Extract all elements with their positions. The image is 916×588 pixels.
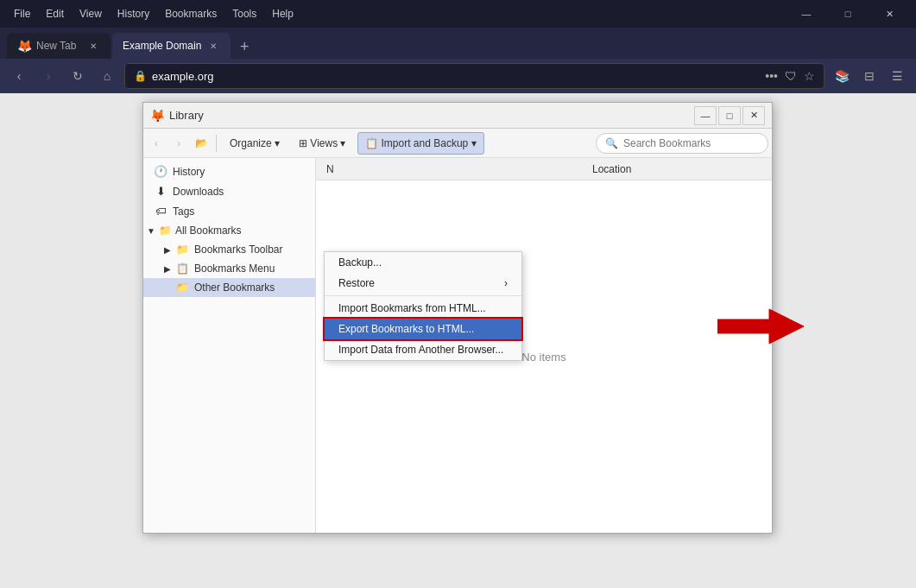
library-minimize-button[interactable]: — bbox=[694, 106, 717, 125]
import-backup-icon: 📋 bbox=[365, 137, 378, 149]
search-icon: 🔍 bbox=[605, 137, 618, 149]
more-icon[interactable]: ••• bbox=[765, 69, 778, 83]
lock-icon: 🔒 bbox=[134, 70, 147, 82]
menu-bookmarks[interactable]: Bookmarks bbox=[158, 6, 224, 22]
import-backup-dropdown: Backup... Restore › Import Bookmarks fro… bbox=[324, 251, 522, 361]
address-bar[interactable]: 🔒 example.org ••• 🛡 ☆ bbox=[124, 63, 824, 89]
close-button[interactable]: ✕ bbox=[869, 0, 909, 28]
organize-button[interactable]: Organize ▾ bbox=[222, 132, 287, 155]
column-header: N Location bbox=[316, 158, 772, 180]
library-title-left: 🦊 Library bbox=[150, 109, 204, 123]
sidebar-bookmarks-menu[interactable]: ▶ 📋 Bookmarks Menu bbox=[143, 259, 315, 278]
tab-bar: 🦊 New Tab ✕ Example Domain ✕ + bbox=[0, 28, 916, 59]
dropdown-import-browser[interactable]: Import Data from Another Browser... bbox=[325, 339, 521, 360]
dropdown-backup[interactable]: Backup... bbox=[325, 252, 521, 273]
sidebar-downloads-label: Downloads bbox=[173, 186, 224, 198]
tab-label: Example Domain bbox=[123, 40, 201, 52]
history-icon: 🕐 bbox=[154, 165, 167, 178]
views-button[interactable]: ⊞ Views ▾ bbox=[291, 132, 353, 155]
sidebar-item-tags[interactable]: 🏷 Tags bbox=[143, 201, 315, 221]
sidebar-item-downloads[interactable]: ⬇ Downloads bbox=[143, 181, 315, 201]
tab-close-example[interactable]: ✕ bbox=[206, 39, 220, 53]
all-bookmarks-header[interactable]: ▼ 📁 All Bookmarks bbox=[143, 221, 315, 240]
sidebar-other-bookmarks[interactable]: 📁 Other Bookmarks bbox=[143, 278, 315, 297]
browser-window: File Edit View History Bookmarks Tools H… bbox=[0, 0, 916, 588]
sidebar-history-label: History bbox=[173, 166, 205, 178]
tab-close-newtab[interactable]: ✕ bbox=[86, 39, 100, 53]
bookmarks-menu-icon: 📋 bbox=[176, 262, 189, 275]
window-controls: — □ ✕ bbox=[786, 0, 909, 28]
reload-button[interactable]: ↻ bbox=[66, 64, 90, 88]
import-backup-label: Import and Backup ▾ bbox=[382, 137, 477, 149]
expand-icon: ▶ bbox=[164, 264, 171, 274]
bookmarks-toolbar-label: Bookmarks Toolbar bbox=[194, 243, 283, 256]
library-title: Library bbox=[169, 109, 204, 122]
library-back-button[interactable]: ‹ bbox=[147, 134, 166, 153]
tab-label: New Tab bbox=[36, 40, 76, 52]
menu-bar: File Edit View History Bookmarks Tools H… bbox=[7, 6, 300, 22]
menu-edit[interactable]: Edit bbox=[39, 6, 71, 22]
other-bookmarks-label: Other Bookmarks bbox=[194, 281, 275, 294]
dropdown-restore[interactable]: Restore › bbox=[325, 273, 521, 294]
search-input[interactable] bbox=[623, 137, 759, 149]
column-location: Location bbox=[592, 163, 765, 175]
folder-icon: 📁 bbox=[176, 281, 189, 294]
dropdown-import-html[interactable]: Import Bookmarks from HTML... bbox=[325, 298, 521, 319]
address-icons: ••• 🛡 ☆ bbox=[765, 69, 815, 83]
menu-history[interactable]: History bbox=[111, 6, 156, 22]
folder-icon: 📁 bbox=[176, 243, 189, 256]
browser-content: 🦊 Library — □ ✕ ‹ › 📂 Organize ▾ ⊞ Views… bbox=[0, 93, 916, 588]
expand-icon: ▼ bbox=[147, 226, 155, 236]
library-window-controls: — □ ✕ bbox=[694, 106, 765, 125]
forward-button[interactable]: › bbox=[36, 64, 60, 88]
sidebar-bookmarks-toolbar[interactable]: ▶ 📁 Bookmarks Toolbar bbox=[143, 240, 315, 259]
home-button[interactable]: ⌂ bbox=[95, 64, 119, 88]
library-titlebar: 🦊 Library — □ ✕ bbox=[143, 103, 772, 129]
library-button[interactable]: 📚 bbox=[830, 64, 854, 88]
library-maximize-button[interactable]: □ bbox=[718, 106, 741, 125]
title-bar: File Edit View History Bookmarks Tools H… bbox=[0, 0, 916, 28]
menu-help[interactable]: Help bbox=[265, 6, 300, 22]
menu-open-button[interactable]: ☰ bbox=[885, 64, 909, 88]
nav-right-buttons: 📚 ⊟ ☰ bbox=[830, 64, 909, 88]
library-close-button[interactable]: ✕ bbox=[742, 106, 765, 125]
bookmarks-menu-label: Bookmarks Menu bbox=[194, 262, 275, 275]
tags-icon: 🏷 bbox=[154, 205, 167, 218]
sidebar-item-history[interactable]: 🕐 History bbox=[143, 161, 315, 181]
all-bookmarks-group: ▼ 📁 All Bookmarks ▶ 📁 Bookmarks Toolbar … bbox=[143, 221, 315, 297]
firefox-icon: 🦊 bbox=[17, 39, 31, 53]
maximize-button[interactable]: □ bbox=[828, 0, 868, 28]
tab-example[interactable]: Example Domain ✕ bbox=[112, 33, 231, 59]
all-bookmarks-label: All Bookmarks bbox=[175, 224, 242, 237]
toolbar-separator-1 bbox=[216, 135, 217, 152]
dropdown-export-html[interactable]: Export Bookmarks to HTML... bbox=[325, 319, 521, 339]
expand-icon: ▶ bbox=[164, 245, 171, 255]
library-forward-button[interactable]: › bbox=[169, 134, 188, 153]
import-backup-button[interactable]: 📋 Import and Backup ▾ bbox=[357, 132, 484, 155]
folder-icon: 📁 bbox=[159, 224, 172, 237]
library-toolbar: ‹ › 📂 Organize ▾ ⊞ Views ▾ 📋 Import and … bbox=[143, 129, 772, 158]
shield-icon[interactable]: 🛡 bbox=[785, 69, 797, 83]
menu-file[interactable]: File bbox=[7, 6, 37, 22]
menu-view[interactable]: View bbox=[73, 6, 109, 22]
back-button[interactable]: ‹ bbox=[7, 64, 31, 88]
synced-tabs-button[interactable]: ⊟ bbox=[857, 64, 881, 88]
tab-newtab[interactable]: 🦊 New Tab ✕ bbox=[7, 33, 111, 59]
submenu-arrow-icon: › bbox=[504, 277, 508, 289]
dropdown-separator bbox=[325, 295, 521, 296]
url-text: example.org bbox=[152, 70, 760, 83]
library-folder-icon: 📂 bbox=[192, 134, 211, 153]
bookmark-search[interactable]: 🔍 bbox=[596, 133, 768, 154]
navigation-bar: ‹ › ↻ ⌂ 🔒 example.org ••• 🛡 ☆ 📚 ⊟ ☰ bbox=[0, 59, 916, 93]
sidebar-tags-label: Tags bbox=[173, 205, 194, 218]
bookmark-star-icon[interactable]: ☆ bbox=[804, 69, 815, 83]
column-name: N bbox=[323, 163, 592, 175]
minimize-button[interactable]: — bbox=[786, 0, 826, 28]
library-sidebar: 🕐 History ⬇ Downloads 🏷 Tags ▼ bbox=[143, 158, 316, 533]
new-tab-button[interactable]: + bbox=[232, 35, 256, 59]
title-bar-left: File Edit View History Bookmarks Tools H… bbox=[7, 6, 300, 22]
library-firefox-icon: 🦊 bbox=[150, 109, 164, 123]
downloads-icon: ⬇ bbox=[154, 185, 167, 198]
menu-tools[interactable]: Tools bbox=[225, 6, 263, 22]
